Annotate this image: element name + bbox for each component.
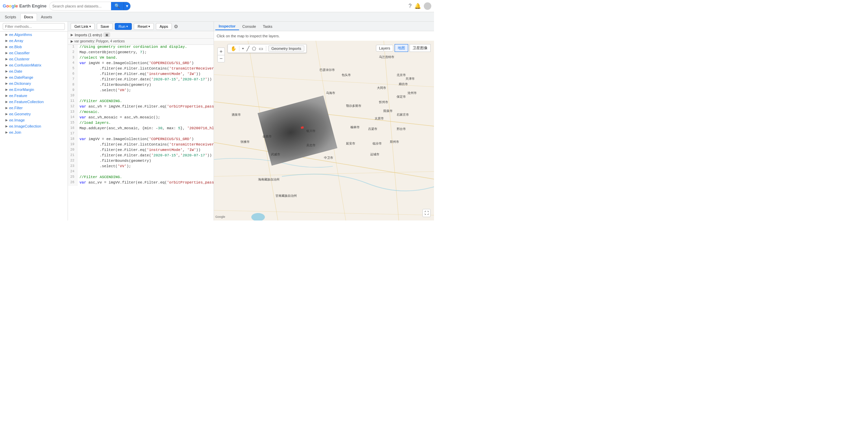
method-arrow-icon: ▶: [5, 82, 8, 85]
svg-point-10: [251, 213, 265, 220]
satellite-view-button[interactable]: 卫星图像: [410, 44, 431, 52]
line-tool-icon[interactable]: ╱: [246, 45, 250, 52]
run-button[interactable]: Run ▾: [115, 23, 132, 30]
search-button[interactable]: 🔍: [111, 2, 124, 10]
code-line-6: 6 .filter(ee.Filter.eq('instrumentMode',…: [68, 72, 214, 77]
line-content-21: .filter(ee.Filter.date('2020-07-15','202…: [77, 153, 214, 159]
line-number-13: 13: [68, 110, 77, 115]
method-label: ee.Array: [9, 39, 23, 43]
method-arrow-icon: ▶: [5, 33, 8, 36]
code-line-24: 24: [68, 170, 214, 175]
method-item-eeclassifier[interactable]: ▶ee.Classifier: [0, 50, 68, 56]
map-view-button[interactable]: 地图: [395, 44, 408, 52]
method-item-eeconfusionmatrix[interactable]: ▶ee.ConfusionMatrix: [0, 62, 68, 68]
reset-label: Reset: [138, 24, 147, 28]
line-content-1: //Using geometry center cordination and …: [77, 45, 214, 50]
code-line-19: 19 .filter(ee.Filter.listContains('trans…: [68, 142, 214, 148]
line-content-9: .select('VH');: [77, 88, 214, 94]
tab-console[interactable]: Console: [239, 23, 259, 30]
settings-icon[interactable]: ⚙: [174, 24, 178, 29]
zoom-out-button[interactable]: −: [217, 55, 225, 62]
method-item-eeerrormargin[interactable]: ▶ee.ErrorMargin: [0, 87, 68, 93]
method-item-eeimagecollection[interactable]: ▶ee.ImageCollection: [0, 123, 68, 129]
point-tool-icon[interactable]: •: [241, 45, 245, 52]
line-content-11: //Filter ASCENDING.: [77, 99, 214, 104]
inspector-message: Click on the map to inspect the layers.: [214, 31, 434, 41]
geometry-toolbar: ✋ • ╱ ⬠ ▭ Geometry Imports: [228, 44, 307, 53]
geometry-imports-button[interactable]: Geometry Imports: [268, 45, 304, 52]
method-arrow-icon: ▶: [5, 88, 8, 91]
main-area: ▶ee.Algorithms▶ee.Array▶ee.Blob▶ee.Class…: [0, 22, 434, 220]
map-area[interactable]: 乌兰浩特市包头市鄂尔多斯市大同市北京市廊坊市保定市石家庄市邢台市郑州市忻州市太原…: [214, 41, 434, 220]
search-bar[interactable]: 🔍 ▾: [49, 2, 131, 11]
code-line-22: 22 .filterBounds(geometry): [68, 159, 214, 164]
code-line-13: 13//mosaic.: [68, 110, 214, 115]
method-item-eegeometry[interactable]: ▶ee.Geometry: [0, 111, 68, 117]
method-item-eeclusterer[interactable]: ▶ee.Clusterer: [0, 56, 68, 62]
method-arrow-icon: ▶: [5, 63, 8, 67]
search-dropdown-button[interactable]: ▾: [124, 2, 130, 10]
code-line-21: 21 .filter(ee.Filter.date('2020-07-15','…: [68, 153, 214, 159]
code-line-20: 20 .filter(ee.Filter.eq('instrumentMode'…: [68, 148, 214, 153]
method-item-eefeature[interactable]: ▶ee.Feature: [0, 93, 68, 99]
method-item-eejoin[interactable]: ▶ee.Join: [0, 129, 68, 135]
method-item-eeblob[interactable]: ▶ee.Blob: [0, 44, 68, 50]
line-content-22: .filterBounds(geometry): [77, 159, 214, 164]
line-number-17: 17: [68, 132, 77, 137]
save-button[interactable]: Save: [97, 23, 113, 30]
method-item-eearray[interactable]: ▶ee.Array: [0, 38, 68, 44]
code-line-25: 25//Filter ASCENDING.: [68, 175, 214, 180]
tab-assets[interactable]: Assets: [38, 14, 56, 20]
code-editor[interactable]: 1//Using geometry center cordination and…: [68, 45, 214, 220]
reset-button[interactable]: Reset ▾: [134, 23, 154, 30]
pan-tool-icon[interactable]: ✋: [230, 45, 237, 52]
imports-badge[interactable]: ▣: [104, 33, 110, 37]
method-item-eeimage[interactable]: ▶ee.Image: [0, 117, 68, 123]
get-link-button[interactable]: Get Link ▾: [71, 23, 95, 30]
line-number-19: 19: [68, 142, 77, 148]
line-content-16: Map.addLayer(asc_vh_mosaic, {min: -30, m…: [77, 126, 214, 132]
notification-icon[interactable]: 🔔: [414, 3, 421, 9]
line-content-20: .filter(ee.Filter.eq('instrumentMode', '…: [77, 148, 214, 153]
line-content-19: .filter(ee.Filter.listContains('transmit…: [77, 142, 214, 148]
line-content-24: [77, 170, 214, 175]
fullscreen-button[interactable]: ⛶: [422, 209, 431, 217]
method-label: ee.Filter: [9, 106, 23, 110]
tab-scripts[interactable]: Scripts: [1, 14, 20, 20]
tab-inspector[interactable]: Inspector: [215, 23, 239, 30]
polygon-tool-icon[interactable]: ⬠: [251, 45, 257, 52]
code-line-5: 5 .filter(ee.Filter.listContains('transm…: [68, 66, 214, 72]
code-line-23: 23 .select('VV');: [68, 164, 214, 170]
inspector-tab-bar: Inspector Console Tasks: [214, 22, 434, 31]
user-avatar[interactable]: [424, 2, 431, 10]
line-content-23: .select('VV');: [77, 164, 214, 170]
code-line-4: 4var imgVH = ee.ImageCollection('COPERNI…: [68, 61, 214, 66]
method-item-eedaterange[interactable]: ▶ee.DateRange: [0, 74, 68, 80]
imports-expand-icon[interactable]: ▶: [71, 33, 73, 37]
line-content-5: .filter(ee.Filter.listContains('transmit…: [77, 66, 214, 72]
search-input[interactable]: [50, 4, 111, 8]
method-item-eedate[interactable]: ▶ee.Date: [0, 68, 68, 74]
apps-button[interactable]: Apps: [156, 23, 172, 30]
line-number-21: 21: [68, 153, 77, 159]
method-arrow-icon: ▶: [5, 70, 8, 73]
tab-bar: Scripts Docs Assets: [0, 12, 434, 22]
rectangle-tool-icon[interactable]: ▭: [258, 45, 264, 52]
method-label: ee.Algorithms: [9, 33, 32, 37]
line-number-4: 4: [68, 61, 77, 66]
zoom-in-button[interactable]: +: [217, 47, 225, 55]
line-number-5: 5: [68, 66, 77, 72]
tab-tasks[interactable]: Tasks: [259, 23, 276, 30]
method-label: ee.Blob: [9, 45, 22, 49]
filter-methods-input[interactable]: [3, 23, 65, 30]
method-item-eefeaturecollection[interactable]: ▶ee.FeatureCollection: [0, 99, 68, 105]
line-content-6: .filter(ee.Filter.eq('instrumentMode', '…: [77, 72, 214, 77]
method-item-eefilter[interactable]: ▶ee.Filter: [0, 105, 68, 111]
code-panel: Get Link ▾ Save Run ▾ Reset ▾ Apps ⚙ ▶ I…: [68, 22, 214, 220]
filter-section: [0, 22, 68, 32]
method-item-eealgorithms[interactable]: ▶ee.Algorithms: [0, 32, 68, 38]
method-item-eedictionary[interactable]: ▶ee.Dictionary: [0, 80, 68, 87]
tab-docs[interactable]: Docs: [20, 13, 37, 21]
help-icon[interactable]: ?: [409, 3, 412, 9]
line-number-26: 26: [68, 180, 77, 186]
